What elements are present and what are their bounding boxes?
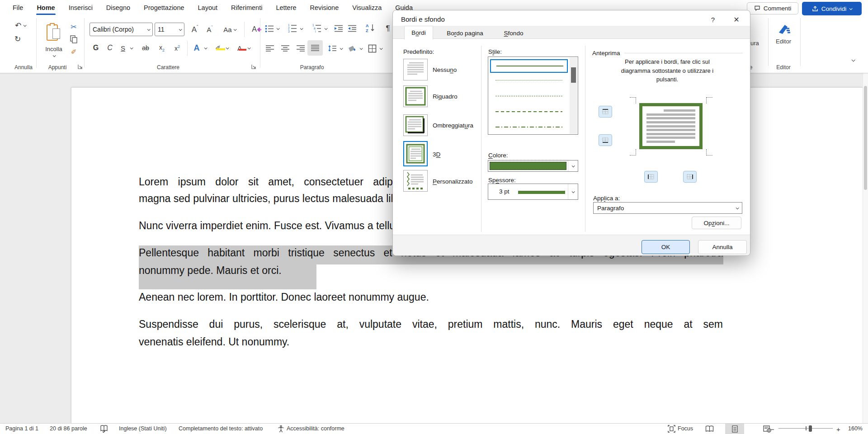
color-dropdown-arrow[interactable] <box>568 160 578 171</box>
redo-button[interactable]: ↻ <box>12 33 24 44</box>
underline-button[interactable]: S <box>118 42 128 54</box>
highlight-color-button[interactable]: ✐ <box>212 42 224 54</box>
doc-line[interactable]: Suspendisse dui purus, scelerisque at, v… <box>139 318 723 335</box>
superscript-button[interactable]: x2 <box>171 42 184 54</box>
decrease-indent-button[interactable] <box>333 23 344 34</box>
preset-3d-label[interactable]: 3D <box>433 151 440 158</box>
subscript-button[interactable]: x2 <box>156 42 168 54</box>
chevron-down-icon[interactable] <box>360 47 363 50</box>
borders-button[interactable] <box>366 42 378 54</box>
dictation-label-fragment[interactable]: ura <box>750 40 759 47</box>
chevron-down-icon[interactable] <box>248 46 251 49</box>
chevron-down-icon[interactable] <box>277 27 280 30</box>
grow-font-button[interactable]: Aˆ <box>188 23 202 36</box>
preset-personalizzato-icon[interactable] <box>403 170 428 192</box>
print-layout-button[interactable] <box>725 424 744 434</box>
width-dropdown-arrow[interactable] <box>568 184 578 199</box>
preset-riquadro-icon[interactable] <box>403 85 428 107</box>
style-option-dash-dot[interactable] <box>495 127 562 127</box>
chevron-down-icon[interactable] <box>130 46 133 49</box>
menu-disegno[interactable]: Disegno <box>105 3 131 12</box>
italic-button[interactable]: C <box>105 42 115 54</box>
cancel-button[interactable]: Annulla <box>698 240 747 254</box>
preset-3d-icon[interactable] <box>403 141 428 166</box>
line-spacing-button[interactable] <box>326 42 338 54</box>
collapse-ribbon-chevron-icon[interactable] <box>851 58 855 61</box>
preview-border-box[interactable] <box>639 103 703 149</box>
style-option-dashed[interactable] <box>495 111 562 112</box>
font-name-combo[interactable]: Calibri (Corpo) <box>90 23 153 36</box>
word-count-status[interactable]: 20 di 86 parole <box>50 425 87 432</box>
ok-button[interactable]: OK <box>642 240 690 254</box>
page-count-status[interactable]: Pagina 1 di 1 <box>5 425 38 432</box>
change-case-button[interactable]: Aa <box>219 23 241 36</box>
align-left-button[interactable] <box>264 42 276 54</box>
copy-button[interactable] <box>68 34 80 44</box>
chevron-down-icon[interactable] <box>325 27 328 30</box>
menu-progettazione[interactable]: Progettazione <box>143 3 185 12</box>
align-right-button[interactable] <box>295 42 307 54</box>
chevron-down-icon[interactable] <box>226 46 229 49</box>
preset-ombreggiatura-icon[interactable] <box>403 114 428 136</box>
shrink-font-button[interactable]: Aˇ <box>203 23 216 36</box>
left-border-toggle-button[interactable] <box>644 171 658 183</box>
apply-to-dropdown[interactable]: Paragrafo <box>593 202 742 214</box>
accessibility-icon[interactable] <box>277 425 285 434</box>
text-effects-button[interactable]: A <box>191 42 203 54</box>
font-dialog-launcher[interactable] <box>251 64 257 70</box>
color-dropdown[interactable] <box>488 160 578 172</box>
menu-riferimenti[interactable]: Riferimenti <box>230 3 263 12</box>
strikethrough-button[interactable]: ab <box>138 42 153 54</box>
scrollbar-thumb[interactable] <box>571 67 576 83</box>
preset-personalizzato-label[interactable]: Personalizzato <box>433 178 473 185</box>
undo-button[interactable]: ↶ <box>12 20 29 31</box>
share-button[interactable]: Condividi <box>802 2 862 15</box>
dialog-help-button[interactable]: ? <box>708 14 718 25</box>
bottom-border-toggle-button[interactable] <box>599 134 612 146</box>
preset-nessuno-label[interactable]: Nessuno <box>433 66 457 73</box>
menu-home[interactable]: Home <box>36 3 56 12</box>
doc-line[interactable]: nonummy pede. Mauris et orci. <box>139 264 723 282</box>
chevron-down-icon[interactable] <box>204 46 208 49</box>
menu-lettere[interactable]: Lettere <box>275 3 297 12</box>
doc-line[interactable]: venenatis eleifend. Ut nonummy. <box>139 336 723 353</box>
bullets-button[interactable] <box>264 23 275 34</box>
doc-line[interactable]: Aenean nec lorem. In porttitor. Donec la… <box>139 291 723 308</box>
tab-bordo-pagina[interactable]: Bordo pagina <box>437 27 493 39</box>
focus-mode-button[interactable]: Focus <box>678 425 693 432</box>
menu-revisione[interactable]: Revisione <box>309 3 340 12</box>
multilevel-list-button[interactable]: 1ai <box>311 22 323 34</box>
read-mode-button[interactable] <box>700 424 719 434</box>
shading-button[interactable] <box>346 42 358 54</box>
justify-button[interactable] <box>307 40 323 56</box>
clipboard-dialog-launcher[interactable] <box>78 64 83 70</box>
increase-indent-button[interactable] <box>346 23 358 34</box>
language-status[interactable]: Inglese (Stati Uniti) <box>119 425 167 432</box>
style-option-dashed-fine[interactable] <box>495 96 562 96</box>
menu-inserisci[interactable]: Inserisci <box>68 3 94 12</box>
preset-nessuno-icon[interactable] <box>403 59 428 80</box>
border-preview-diagram[interactable] <box>627 91 716 161</box>
menu-file[interactable]: File <box>12 3 24 12</box>
menu-layout[interactable]: Layout <box>197 3 219 12</box>
editor-button[interactable]: Editor <box>772 18 795 48</box>
accessibility-status[interactable]: Accessibilità: conforme <box>287 425 344 432</box>
scrollbar-thumb[interactable] <box>864 86 867 190</box>
bold-button[interactable]: G <box>90 42 101 54</box>
comments-button[interactable]: Commenti <box>747 2 798 14</box>
paste-button[interactable]: Incolla <box>42 17 66 62</box>
chevron-down-icon[interactable] <box>300 27 303 30</box>
autocomplete-status[interactable]: Completamento del testo: attivato <box>179 425 263 432</box>
tab-sfondo[interactable]: Sfondo <box>497 27 530 39</box>
zoom-in-button[interactable]: + <box>836 425 840 433</box>
chevron-down-icon[interactable] <box>380 47 383 50</box>
menu-visualizza[interactable]: Visualizza <box>351 3 382 12</box>
proofing-status-icon[interactable] <box>100 425 108 434</box>
preset-riquadro-label[interactable]: Riquadro <box>433 93 458 100</box>
clear-formatting-button[interactable]: A <box>248 23 265 36</box>
preset-ombreggiatura-label[interactable]: Ombreggiatura <box>433 122 473 129</box>
right-border-toggle-button[interactable] <box>683 171 697 183</box>
cut-button[interactable]: ✂ <box>68 22 80 32</box>
style-list-scrollbar[interactable] <box>570 57 577 134</box>
numbering-button[interactable]: 123 <box>287 22 298 34</box>
